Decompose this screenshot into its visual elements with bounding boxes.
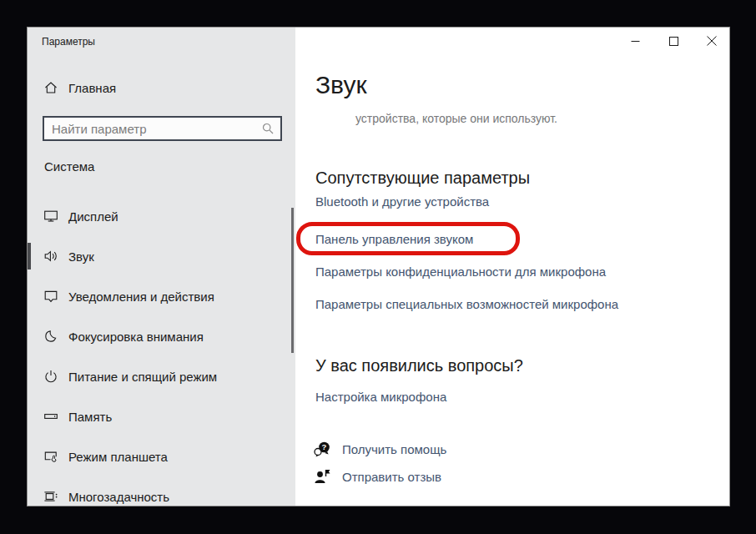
send-feedback-link[interactable]: Отправить отзыв [313,467,441,486]
sidebar-item-label: Дисплей [68,209,118,224]
link-sound-control-panel[interactable]: Панель управления звуком [315,232,473,246]
search-input[interactable] [44,118,280,139]
notifications-icon [43,289,58,304]
sidebar-item-notifications[interactable]: Уведомления и действия [28,276,295,316]
sidebar: Параметры Главная Система [28,28,295,506]
sidebar-item-label: Многозадачность [68,490,169,504]
minimize-button[interactable] [616,28,654,54]
sidebar-item-power-sleep[interactable]: Питание и спящий режим [28,356,295,396]
multitasking-icon [43,489,58,504]
get-help-label: Получить помощь [342,442,446,456]
sidebar-scrollbar[interactable] [291,208,294,353]
close-button[interactable] [693,28,730,54]
sidebar-item-sound[interactable]: Звук [28,236,295,276]
feedback-icon [313,467,331,486]
search-icon[interactable] [261,122,275,135]
storage-icon [43,409,58,424]
tablet-mode-icon [43,449,58,464]
sidebar-item-home[interactable]: Главная [43,78,116,98]
sidebar-item-label: Режим планшета [68,450,168,464]
sidebar-nav: Дисплей Звук Уведомления и действия [28,196,295,506]
sidebar-item-tablet-mode[interactable]: Режим планшета [28,436,295,476]
screenshot-background: Параметры Главная Система [0,0,756,534]
sidebar-item-label: Питание и спящий режим [68,370,217,384]
minimize-icon [631,37,640,46]
focus-assist-icon [43,329,58,344]
search-box [43,116,282,141]
related-settings-title: Сопутствующие параметры [315,169,530,188]
question-glyph: ? [322,442,327,451]
sound-icon [43,249,58,264]
app-title: Параметры [42,36,95,48]
sidebar-item-label: Главная [68,81,116,95]
home-icon [43,80,58,95]
display-icon [43,209,58,224]
settings-window: Параметры Главная Система [27,27,730,506]
page-title: Звук [315,71,367,99]
sidebar-item-multitasking[interactable]: Многозадачность [28,476,295,506]
link-bluetooth-devices[interactable]: Bluetooth и другие устройства [315,194,489,209]
close-icon [707,36,717,46]
power-sleep-icon [43,369,58,384]
maximize-icon [669,37,678,46]
sidebar-item-label: Уведомления и действия [68,290,214,304]
sidebar-item-label: Звук [68,249,94,264]
link-microphone-accessibility[interactable]: Параметры специальных возможностей микро… [315,297,618,311]
questions-title: У вас появились вопросы? [315,356,523,375]
get-help-link[interactable]: ? Получить помощь [313,440,446,458]
sidebar-item-label: Фокусировка внимания [68,330,204,344]
sidebar-section-title: Система [44,159,94,174]
sidebar-item-label: Память [68,410,112,424]
sidebar-item-storage[interactable]: Память [28,396,295,436]
window-controls [616,28,730,54]
link-microphone-setup[interactable]: Настройка микрофона [315,390,446,404]
send-feedback-label: Отправить отзыв [342,470,441,484]
link-microphone-privacy[interactable]: Параметры конфиденциальности для микрофо… [315,264,606,279]
content-pane: Звук устройства, которые они используют.… [295,28,730,506]
maximize-button[interactable] [654,28,693,54]
get-help-icon: ? [313,440,331,458]
sidebar-item-focus-assist[interactable]: Фокусировка внимания [28,316,295,356]
page-description-fragment: устройства, которые они используют. [355,112,557,125]
sidebar-item-display[interactable]: Дисплей [28,196,295,236]
